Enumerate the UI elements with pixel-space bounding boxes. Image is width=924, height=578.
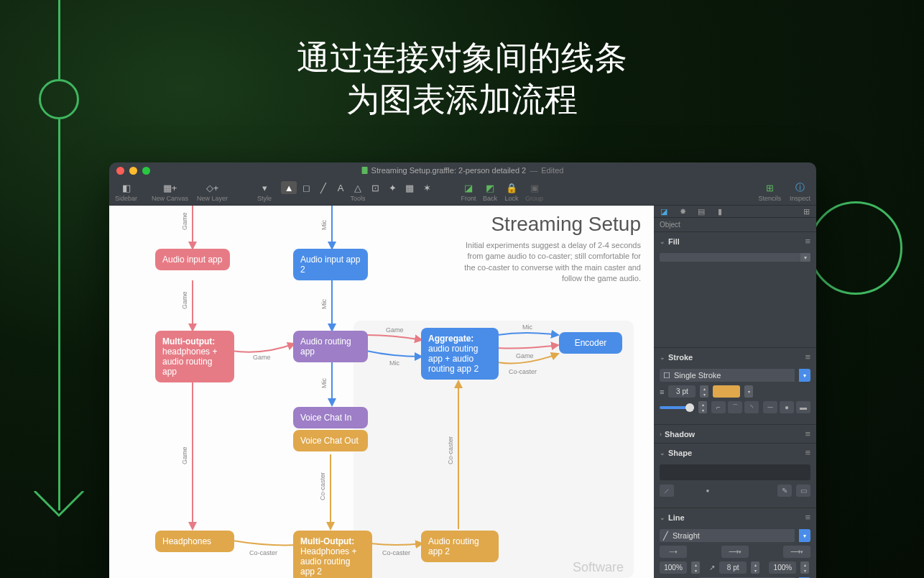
node-headphones[interactable]: Headphones [155,531,234,552]
hero-title-line1: 通过连接对象间的线条 [0,37,924,79]
svg-text:Mic: Mic [320,220,328,230]
end-scale-input[interactable]: 100% [769,561,796,574]
software-label: Software [573,560,624,575]
close-icon[interactable] [116,167,124,175]
shape-section: ⌄Shape≡ ⟋ ● ✎ ▭ [654,443,816,508]
end-arrow-select[interactable]: ⟶▾ [783,546,810,558]
new-layer-button[interactable]: ◇+ New Layer [197,181,228,202]
decoration-line [58,119,60,510]
traffic-lights [116,167,150,175]
pen-tool[interactable]: △ [350,181,366,194]
node-voice-chat-out[interactable]: Voice Chat Out [293,430,368,451]
point-tool[interactable]: ✦ [384,181,400,194]
shape-tool[interactable]: ◻ [298,181,314,194]
front-button[interactable]: ◪ Front [461,181,476,202]
back-button[interactable]: ◩ Back [482,181,498,202]
node-voice-chat-in[interactable]: Voice Chat In [293,407,368,428]
stroke-width-input[interactable]: 3 pt [668,385,696,398]
chevron-down-icon[interactable]: ▾ [799,529,810,542]
inspector-header: Object [654,218,816,231]
style-button[interactable]: ▾ Style [257,181,272,202]
stroke-color[interactable] [713,385,740,398]
line-tool[interactable]: ╱ [315,181,331,194]
node-audio-routing[interactable]: Audio routing app [293,331,368,362]
node-multi-output-1[interactable]: Multi-output: headphones + audio routing… [155,331,234,382]
new-canvas-button[interactable]: ▦+ New Canvas [152,181,188,202]
inspector-tab-document[interactable]: ▮ [714,206,726,217]
grid-tool[interactable]: ▦ [402,181,417,194]
inspect-button[interactable]: ⓘ Inspect [790,181,810,202]
work-area: Software Streaming Setup Initial experim… [109,206,816,578]
chevron-down-icon[interactable]: ▾ [799,369,810,382]
cap-butt-button[interactable]: ─ [763,401,777,413]
stroke-header[interactable]: ⌄Stroke≡ [654,348,816,366]
node-multi-output-2[interactable]: Multi-Output: Headphones + audio routing… [293,531,372,578]
shape-curve-button[interactable]: ⟋ [660,485,674,497]
menu-icon[interactable]: ≡ [805,447,810,458]
fill-picker[interactable]: ▾ [660,253,810,262]
shape-edit-button[interactable]: ✎ [777,485,792,497]
node-encoder[interactable]: Encoder [559,332,622,354]
tools-group: ▲ ◻ ╱ A △ ⊡ ✦ ▦ ✶ Tools [281,181,435,202]
start-arrow-select[interactable]: ─▾ [660,546,687,558]
mid-scale-input[interactable]: 8 pt [719,561,747,574]
stroke-type-select[interactable]: ☐Single Stroke [660,369,795,382]
titlebar: Streaming Setup.graffle: 2-person detail… [109,162,816,178]
node-aggregate[interactable]: Aggregate: audio routing app + audio rou… [421,328,499,380]
stepper[interactable]: ▴▾ [691,561,700,574]
cap-round-button[interactable]: ● [780,401,794,413]
shadow-header[interactable]: ›Shadow≡ [654,425,816,443]
inspector-tab-object[interactable]: ◪ [658,206,670,217]
color-menu[interactable]: ▾ [744,385,753,398]
selection-tool[interactable]: ▲ [281,181,297,194]
window-title: Streaming Setup.graffle: 2-person detail… [362,166,564,175]
svg-text:Mic: Mic [320,378,328,388]
stencils-button[interactable]: ⊞ Stencils [758,181,781,202]
corner-bevel-button[interactable]: ◝ [744,401,759,413]
group-button[interactable]: ▣ Group [525,181,543,202]
inspector-tab-grid[interactable]: ⊞ [800,206,812,217]
corner-square-button[interactable]: ⌐ [711,401,726,413]
menu-icon[interactable]: ≡ [805,352,810,362]
cap-square-button[interactable]: ▬ [796,401,810,413]
decoration-arrow [31,489,87,520]
node-audio-input-1[interactable]: Audio input app [155,249,230,270]
canvas[interactable]: Software Streaming Setup Initial experim… [109,206,654,578]
stepper[interactable]: ▴▾ [700,385,708,398]
svg-text:Game: Game [181,446,188,464]
line-type-select[interactable]: ╱Straight [660,529,795,542]
inspector-tabs: ◪ ✸ ▤ ▮ ⊞ [654,206,816,218]
inspector-tab-canvas[interactable]: ▤ [696,206,707,217]
svg-text:Game: Game [253,354,271,361]
corner-round-button[interactable]: ⌒ [728,401,742,413]
zoom-icon[interactable] [142,167,150,175]
node-audio-routing-2[interactable]: Audio routing app 2 [421,531,499,562]
shape-header[interactable]: ⌄Shape≡ [654,444,816,462]
inspector-tab-properties[interactable]: ✸ [677,206,688,217]
mid-arrow-select[interactable]: ⟶▾ [721,546,749,558]
stroke-slider[interactable] [660,406,694,409]
stamp-tool[interactable]: ✶ [419,181,435,194]
lock-button[interactable]: 🔒 Lock [504,181,519,202]
text-tool[interactable]: A [333,181,348,194]
stepper[interactable]: ▴▾ [751,561,759,574]
menu-icon[interactable]: ≡ [805,512,810,523]
shape-picker[interactable] [660,464,810,480]
menu-icon[interactable]: ≡ [805,236,810,247]
menu-icon[interactable]: ≡ [805,428,810,439]
stepper[interactable]: ▴▾ [800,561,809,574]
stepper[interactable]: ▴▾ [698,401,707,413]
start-scale-input[interactable]: 100% [660,561,687,574]
sidebar-button[interactable]: ◧ Sidebar [115,181,137,202]
shape-edit2-button[interactable]: ▭ [796,485,810,497]
crop-tool[interactable]: ⊡ [367,181,383,194]
hero-title: 通过连接对象间的线条 为图表添加流程 [0,37,924,120]
node-audio-input-2[interactable]: Audio input app 2 [293,249,368,280]
minimize-icon[interactable] [129,167,137,175]
fill-header[interactable]: ⌄Fill≡ [654,232,816,250]
hero-title-line2: 为图表添加流程 [0,79,924,121]
line-header[interactable]: ⌄Line≡ [654,508,816,526]
stroke-section: ⌄Stroke≡ ☐Single Stroke▾ ≡ 3 pt ▴▾ ▾ ▴▾ … [654,347,816,424]
document-icon [362,167,368,174]
svg-text:Game: Game [181,212,188,230]
